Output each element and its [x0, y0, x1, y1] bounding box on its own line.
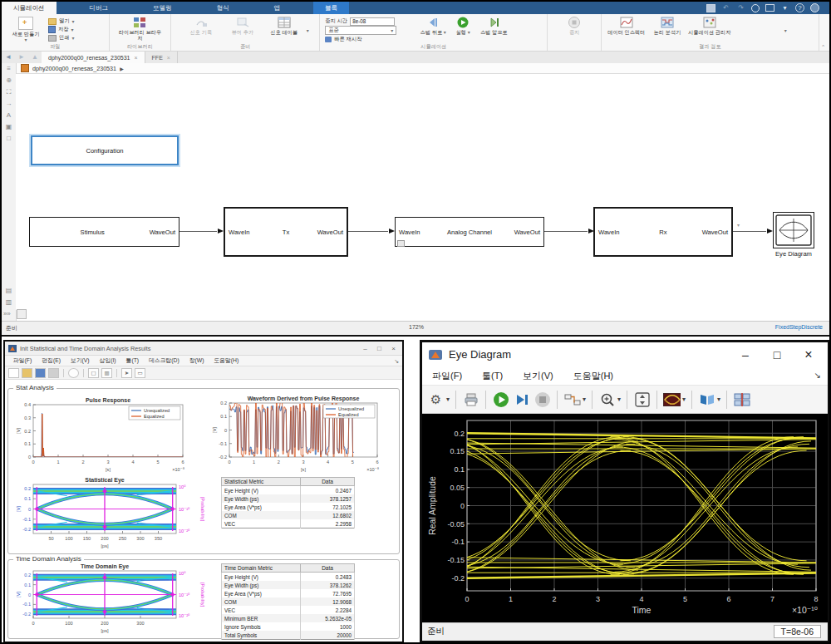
block-rx[interactable]: WaveIn Rx WaveOut	[593, 207, 733, 257]
model-canvas[interactable]: Configuration Stimulus WaveOut WaveIn Tx…	[16, 74, 829, 310]
close-icon[interactable]: ×	[167, 55, 170, 61]
stop-time-input[interactable]: 8e-08	[350, 17, 395, 26]
block-eye-diagram-scope[interactable]	[773, 212, 814, 248]
tab-block[interactable]: 블록	[313, 2, 349, 14]
add-viewer-button[interactable]: 뷰어 추가	[224, 16, 262, 35]
eye-diagram-mode-icon[interactable]	[663, 391, 681, 408]
dock-icon[interactable]: ↘	[814, 371, 821, 380]
signal-table-button[interactable]: 신호 테이블	[265, 16, 303, 35]
user-icon[interactable]	[810, 3, 819, 12]
menu-item[interactable]: 편집(E)	[37, 356, 66, 365]
menu-item[interactable]: 데스크탑(D)	[144, 356, 184, 365]
menu-item[interactable]: 도움말(H)	[573, 370, 613, 382]
image-icon[interactable]: ▣	[2, 121, 16, 133]
table-row[interactable]: Ignore Symbols1000	[222, 622, 355, 631]
save-icon[interactable]	[706, 4, 715, 12]
table-row[interactable]: VEC2.2284	[222, 606, 355, 614]
doc-tab-ffe[interactable]: FFE ×	[145, 52, 178, 63]
print-icon[interactable]	[462, 391, 479, 408]
block-tx[interactable]: WaveIn Tx WaveOut	[224, 207, 348, 257]
table-row[interactable]: Eye Width (ps)378.1257	[222, 494, 355, 503]
menu-item[interactable]: 툴(T)	[482, 370, 503, 382]
menu-item[interactable]: 보기(V)	[523, 370, 553, 382]
panels-icon[interactable]	[698, 391, 715, 408]
search-icon[interactable]	[751, 4, 760, 12]
zoom-icon[interactable]	[598, 391, 616, 408]
hidden-panel-icon[interactable]: »	[3, 310, 15, 320]
ribbon-collapse-icon[interactable]: ^	[822, 44, 824, 49]
nav-forward-icon[interactable]: ►	[15, 52, 28, 63]
menu-item[interactable]: 툴(T)	[121, 356, 144, 365]
prepare-more-icon[interactable]: ▾	[307, 27, 309, 33]
run-icon[interactable]	[492, 391, 509, 408]
menu-item[interactable]: 창(W)	[184, 356, 209, 365]
fit-view-icon[interactable]: ⛶	[2, 86, 16, 98]
simulation-manager-button[interactable]: 시뮬레이션 관리자	[688, 16, 731, 35]
logic-analyzer-button[interactable]: 논리 분석기	[650, 16, 685, 35]
table-row[interactable]: COM12.6802	[222, 511, 355, 519]
block-stimulus[interactable]: Stimulus WaveOut	[29, 217, 179, 247]
step-forward-icon[interactable]	[513, 391, 530, 408]
redo-icon[interactable]: ↷	[736, 4, 745, 12]
table-row[interactable]: COM12.9068	[222, 597, 355, 606]
log-signals-button[interactable]: 신호 기록	[182, 16, 220, 35]
caret-down-icon[interactable]: ▾	[780, 4, 789, 12]
legend-icon[interactable]: ▭	[135, 368, 145, 378]
panel-icon[interactable]: ▥	[2, 297, 16, 308]
print-button[interactable]: 인쇄▾	[48, 34, 75, 42]
annotation-icon[interactable]: A	[2, 110, 16, 121]
menu-item[interactable]: 보기(V)	[66, 356, 95, 365]
panes-icon[interactable]: ▥	[101, 368, 112, 378]
fit-to-view-icon[interactable]	[633, 391, 651, 408]
menu-item[interactable]: 파일(F)	[432, 370, 462, 382]
table-row[interactable]: Eye Height (V)0.2467	[222, 486, 355, 495]
save-icon[interactable]	[35, 368, 46, 378]
zoom-icon[interactable]	[68, 368, 79, 378]
tab-simulation[interactable]: 시뮬레이션	[2, 2, 57, 14]
doc-tab-model[interactable]: dphy2000q00_renesas_230531 ×	[42, 52, 145, 63]
pane-icon[interactable]: ▢	[88, 368, 99, 378]
review-more-icon[interactable]: ▾	[784, 27, 787, 33]
cursor-icon[interactable]: ➤	[121, 368, 132, 378]
status-solver[interactable]: FixedStepDiscrete	[775, 324, 823, 330]
step-back-button[interactable]: 스텝 뒤로 ▾	[420, 16, 446, 36]
nav-back-icon[interactable]: ◄	[2, 52, 15, 63]
layout-icon[interactable]	[765, 4, 774, 12]
area-icon[interactable]: □	[2, 133, 16, 145]
menu-item[interactable]: 도움말(H)	[209, 356, 243, 365]
save-button[interactable]: 저장▾	[48, 26, 75, 33]
tab-format[interactable]: 형식	[205, 2, 241, 14]
pan-icon[interactable]: →	[2, 98, 16, 110]
stop-button[interactable]: 중지	[562, 16, 587, 35]
settings-gear-icon[interactable]: ⚙	[427, 391, 445, 408]
close-icon[interactable]: ×	[134, 55, 137, 61]
minimize-button[interactable]: –	[733, 348, 758, 361]
table-row[interactable]: VEC2.2958	[222, 519, 355, 528]
open-button[interactable]: 열기▾	[48, 17, 75, 25]
menu-item[interactable]: 파일(F)	[8, 356, 37, 365]
maximize-button[interactable]: □	[374, 342, 385, 355]
open-icon[interactable]	[22, 368, 32, 378]
table-row[interactable]: Eye Height (V)0.2483	[222, 573, 355, 582]
zoom-icon[interactable]: ⊕	[2, 75, 16, 86]
results-title-bar[interactable]: Init Statistical and Time Domain Analysi…	[5, 342, 402, 356]
sim-mode-select[interactable]: 표준▾	[325, 26, 396, 35]
maximize-button[interactable]: □	[765, 348, 789, 361]
tab-modeling[interactable]: 모델링	[141, 2, 184, 14]
nav-up-icon[interactable]: ▲	[28, 52, 42, 63]
undo-icon[interactable]: ↶	[721, 4, 730, 12]
tab-debug[interactable]: 디버그	[78, 2, 120, 14]
table-row[interactable]: Total Symbols20000	[222, 631, 355, 640]
help-icon[interactable]: ?	[795, 3, 804, 12]
data-inspector-button[interactable]: 데이터 인스펙터	[607, 16, 647, 35]
table-row[interactable]: Eye Area (V*ps)72.1025	[222, 503, 355, 511]
step-forward-button[interactable]: 스텝 앞으로	[479, 16, 508, 35]
table-row[interactable]: Minimum BER5.2632e-05	[222, 614, 355, 622]
measurements-icon[interactable]	[733, 391, 750, 408]
new-figure-icon[interactable]	[8, 368, 19, 378]
badge-icon[interactable]	[17, 309, 27, 319]
stop-icon[interactable]	[534, 391, 551, 408]
viewmarks-icon[interactable]: ▤	[2, 285, 16, 297]
close-button[interactable]: ×	[388, 342, 399, 355]
print-icon[interactable]	[48, 368, 59, 378]
